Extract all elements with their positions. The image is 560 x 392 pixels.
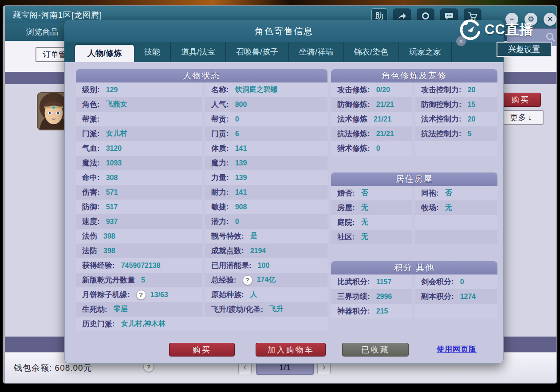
- stat-label: 角色:: [82, 99, 100, 110]
- help-icon[interactable]: ?: [243, 275, 252, 285]
- stat-cell: 帮派:: [76, 112, 202, 126]
- stat-value: 800: [235, 101, 247, 109]
- listing-buy-button[interactable]: 购买: [500, 93, 541, 107]
- stat-cell: 获得经验:7459072138: [76, 258, 202, 273]
- stat-value: 0: [235, 115, 239, 123]
- tab-6[interactable]: 玩家之家: [399, 42, 452, 62]
- stat-row: 比武积分:1157剑会积分:0: [331, 274, 497, 289]
- stat-value: 215: [376, 307, 388, 315]
- stat-label: 法术控制力:: [421, 114, 461, 124]
- more-button[interactable]: 更多 ↓: [498, 110, 544, 125]
- stat-cell: 伤害:571: [76, 185, 202, 200]
- stat-label: 帮派:: [82, 114, 100, 124]
- stat-value: 308: [106, 174, 118, 182]
- stat-label: 级别:: [82, 85, 100, 95]
- stat-label: 靓号特效:: [211, 231, 244, 241]
- stat-value: 908: [235, 203, 247, 211]
- stat-value: 398: [103, 232, 115, 240]
- stat-row: 法防398成就点数:2194: [76, 243, 327, 258]
- stat-label: 防御:: [82, 202, 100, 212]
- stat-value: 是: [250, 231, 257, 241]
- stat-row: 三界功绩:2996副本积分:1274: [331, 289, 497, 304]
- stat-value: 否: [361, 188, 368, 198]
- stat-label: 同袍:: [421, 188, 439, 198]
- stat-label: 比武积分:: [337, 277, 370, 287]
- stat-label: 门贡:: [211, 129, 229, 139]
- add-to-cart-button[interactable]: 加入购物车: [256, 343, 326, 357]
- stat-row: 级别:129名称:饮洞庭之碧螺: [76, 82, 327, 97]
- stat-label: 魔力:: [211, 158, 229, 168]
- stat-value: 21/21: [376, 101, 394, 109]
- stat-cell: [415, 215, 497, 230]
- interest-settings-button[interactable]: 兴趣设置: [497, 42, 552, 57]
- stat-cell: 法术修炼21/21: [331, 112, 412, 126]
- stat-value: 无: [445, 203, 452, 212]
- help-icon[interactable]: ?: [136, 290, 146, 300]
- stat-label: 名称:: [211, 85, 229, 95]
- stat-value: 5: [141, 276, 145, 284]
- stat-row: 婚否:否同袍:否: [331, 186, 497, 200]
- stat-cell: 防御控制力:15: [415, 97, 497, 112]
- stat-value: 517: [106, 203, 118, 211]
- dialog-buy-button[interactable]: 购买: [169, 343, 235, 357]
- tab-4[interactable]: 坐骑/祥瑞: [289, 42, 344, 62]
- stat-row: 法伤398靓号特效:是: [76, 229, 327, 243]
- stat-value: 100: [258, 262, 270, 270]
- stat-label: 神器积分:: [337, 306, 370, 316]
- stat-value: 饮洞庭之碧螺: [235, 85, 278, 94]
- stat-value: 20: [468, 115, 476, 123]
- stat-cell: 靓号特效:是: [205, 229, 327, 243]
- section-house: 居住房屋婚否:否同袍:否房屋:无牧场:无庭院:无社区:无: [331, 172, 497, 244]
- stat-label: 法术修炼: [337, 114, 367, 124]
- stat-value: 0/20: [376, 86, 390, 94]
- stat-value: 21/21: [374, 115, 391, 123]
- stat-cell: [415, 304, 497, 318]
- tab-0[interactable]: 人物/修炼: [75, 45, 134, 62]
- stat-row: 气血:3120体质:141: [76, 141, 327, 156]
- stat-cell: 敏捷:908: [205, 200, 327, 214]
- close-button[interactable]: ✕: [544, 13, 556, 26]
- stat-cell: 级别:129: [76, 82, 202, 97]
- stat-label: 剑会积分:: [421, 277, 454, 287]
- stat-label: 社区:: [337, 232, 355, 242]
- stat-value: 飞燕女: [106, 100, 127, 109]
- tab-2[interactable]: 道具/法宝: [171, 42, 226, 62]
- tab-3[interactable]: 召唤兽/孩子: [226, 42, 289, 62]
- stat-label: 副本积分:: [421, 291, 454, 302]
- stat-cell: 抗法控制力:5: [415, 126, 497, 141]
- stat-label: 已用潜能果:: [211, 260, 252, 270]
- stat-cell: 魔法:1093: [76, 156, 202, 170]
- stat-row: 月饼粽子机缘:?13/63原始种族:人: [76, 287, 327, 302]
- tab-5[interactable]: 锦衣/染色: [344, 42, 399, 62]
- stat-label: 牧场:: [421, 203, 439, 213]
- nav-browse-tab[interactable]: 浏览商品: [26, 27, 58, 37]
- stat-label: 婚否:: [337, 188, 355, 198]
- stat-cell: 历史门派:女儿村,神木林: [76, 317, 327, 331]
- stat-value: 21/21: [376, 130, 394, 138]
- stat-cell: 成就点数:2194: [205, 243, 327, 258]
- web-version-link[interactable]: 使用网页版: [437, 344, 477, 354]
- stat-value: 7459072138: [121, 262, 161, 270]
- stat-cell: 耐力:141: [205, 185, 327, 200]
- stat-value: 139: [235, 174, 247, 182]
- stat-cell: 法伤398: [76, 229, 202, 243]
- section-title: 角色修炼及宠修: [331, 69, 497, 82]
- tab-1[interactable]: 技能: [134, 42, 171, 62]
- stat-value: 1274: [460, 293, 476, 301]
- window-title: 藏宝阁-河南1区[龙图腾]: [13, 10, 102, 20]
- stat-label: 防御修炼:: [337, 99, 370, 110]
- favorited-button[interactable]: 已收藏: [342, 343, 409, 357]
- section-points: 积分 其他比武积分:1157剑会积分:0三界功绩:2996副本积分:1274神器…: [331, 261, 497, 318]
- stat-label: 生死劫:: [82, 304, 107, 314]
- stat-value: 无: [361, 232, 368, 242]
- stat-label: 成就点数:: [211, 246, 244, 256]
- wallet-value: 608.00元: [55, 363, 92, 372]
- stat-value: 飞升: [269, 305, 284, 314]
- desktop-background-strip: [0, 0, 560, 5]
- stat-value: 141: [235, 145, 247, 153]
- stat-row: 防御:517敏捷:908: [76, 200, 327, 214]
- stat-row: 抗法修炼:21/21抗法控制力:5: [331, 126, 497, 141]
- stat-value: 20: [468, 86, 476, 94]
- stat-value: 3120: [106, 145, 122, 153]
- stat-cell: 人气:800: [205, 97, 327, 112]
